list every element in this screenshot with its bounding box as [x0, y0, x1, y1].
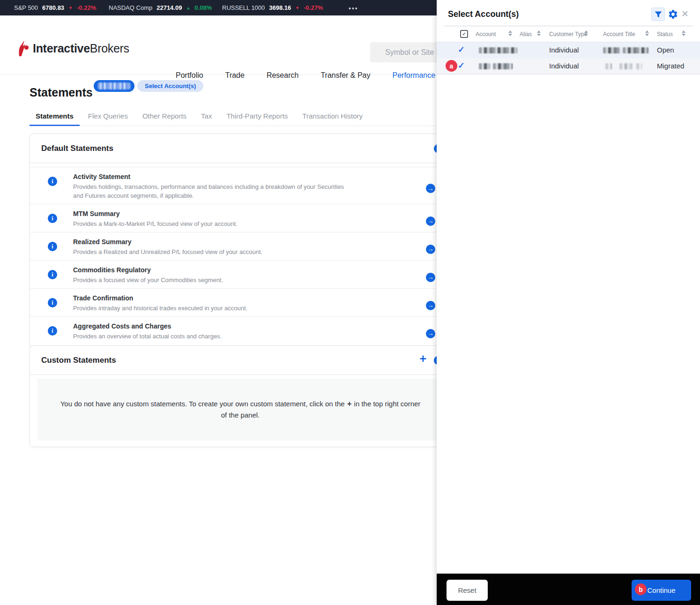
logo-text-light: Brokers	[90, 42, 129, 55]
column-header-account-title[interactable]: Account Title	[603, 31, 635, 37]
info-icon[interactable]: i	[48, 326, 57, 336]
info-icon[interactable]: i	[48, 214, 57, 223]
interactive-brokers-logo[interactable]: InteractiveBrokers	[16, 40, 129, 57]
ticker-change: 0.08%	[194, 4, 212, 11]
annotation-marker-a: a	[446, 60, 457, 72]
statement-title: Trade Confirmation	[73, 293, 247, 302]
account-badge-redacted[interactable]	[94, 80, 134, 92]
card-title: Default Statements	[41, 144, 113, 153]
column-header-account[interactable]: Account	[476, 31, 496, 37]
redacted-account-title	[619, 63, 633, 69]
list-item-activity-statement[interactable]: i Activity Statement Provides holdings, …	[30, 167, 451, 204]
tab-third-party-reports[interactable]: Third-Party Reports	[220, 108, 294, 126]
panel-title: Select Account(s)	[448, 9, 519, 19]
redacted-account-number	[493, 63, 513, 69]
ticker-change: -0.27%	[304, 4, 323, 11]
reset-button[interactable]: Reset	[447, 580, 488, 601]
redacted-account-title	[603, 47, 620, 53]
column-header-customer-type[interactable]: Customer Type	[549, 31, 587, 37]
table-row-account-2[interactable]: ✓ Individual Migrated	[437, 58, 700, 75]
down-triangle-icon: ▼	[295, 6, 299, 10]
statement-description: Provides a focused view of your Commodit…	[73, 276, 223, 284]
select-all-checkbox[interactable]: ✓	[460, 30, 468, 38]
nav-item-transfer-pay[interactable]: Transfer & Pay	[320, 71, 370, 80]
info-icon[interactable]: i	[48, 177, 57, 186]
tab-statements[interactable]: Statements	[30, 108, 80, 126]
table-row-account-1[interactable]: ✓ Individual Open	[437, 42, 700, 58]
list-item-realized-summary[interactable]: i Realized Summary Provides a Realized a…	[30, 232, 451, 260]
card-title: Custom Statements	[41, 356, 116, 365]
select-accounts-panel: Select Account(s) ✕ ✓ Account Alias Cust…	[437, 0, 700, 605]
info-icon[interactable]: i	[48, 242, 57, 251]
list-item-aggregated-costs[interactable]: i Aggregated Costs and Charges Provides …	[30, 316, 451, 344]
empty-state-box: You do not have any custom statements. T…	[37, 379, 443, 441]
custom-statements-header: Custom Statements + i	[30, 346, 451, 375]
list-item-content: Trade Confirmation Provides intraday and…	[73, 293, 247, 313]
sort-icon[interactable]	[537, 30, 541, 36]
column-header-alias[interactable]: Alias	[520, 31, 532, 37]
list-item-commodities-regulatory[interactable]: i Commodities Regulatory Provides a focu…	[30, 260, 451, 288]
gear-icon[interactable]	[668, 9, 678, 20]
nav-item-trade[interactable]: Trade	[225, 71, 245, 80]
sort-icon[interactable]	[682, 30, 685, 36]
tab-tax[interactable]: Tax	[195, 108, 218, 126]
sort-icon[interactable]	[508, 30, 512, 36]
accounts-table-header: ✓ Account Alias Customer Type Account Ti…	[437, 26, 700, 42]
ticker-name: S&P 500	[14, 4, 38, 11]
filter-funnel-icon	[655, 11, 662, 18]
default-statements-card: Default Statements i i Activity Statemen…	[30, 134, 451, 348]
empty-text-before: You do not have any custom statements. T…	[60, 400, 345, 408]
panel-footer: Reset Continue b	[437, 574, 700, 605]
filter-button[interactable]	[651, 7, 665, 21]
tab-other-reports[interactable]: Other Reports	[136, 108, 193, 126]
tab-transaction-history[interactable]: Transaction History	[296, 108, 369, 126]
list-item-content: Activity Statement Provides holdings, tr…	[73, 172, 354, 200]
ticker-value: 22714.09	[156, 4, 182, 11]
ticker-value: 6780.83	[42, 4, 64, 11]
list-item-trade-confirmation[interactable]: i Trade Confirmation Provides intraday a…	[30, 288, 451, 316]
default-statements-list: i Activity Statement Provides holdings, …	[30, 167, 451, 348]
add-custom-statement-button[interactable]: +	[419, 353, 426, 365]
open-arrow-icon[interactable]: →	[426, 273, 435, 282]
list-item-mtm-summary[interactable]: i MTM Summary Provides a Mark-to-Market …	[30, 204, 451, 232]
custom-statements-card: Custom Statements + i You do not have an…	[30, 345, 451, 447]
list-item-content: Aggregated Costs and Charges Provides an…	[73, 321, 222, 341]
up-triangle-icon: ▲	[186, 6, 190, 10]
nav-item-portfolio[interactable]: Portfolio	[176, 71, 203, 80]
nav-item-research[interactable]: Research	[267, 71, 298, 80]
info-icon[interactable]: i	[48, 298, 57, 307]
empty-state-message: You do not have any custom statements. T…	[58, 398, 423, 421]
plus-icon: +	[347, 399, 352, 408]
ticker-more-icon[interactable]: •••	[349, 0, 358, 16]
statement-title: MTM Summary	[73, 209, 238, 217]
select-accounts-button[interactable]: Select Account(s)	[137, 80, 203, 92]
sort-icon[interactable]	[584, 30, 588, 36]
redacted-account-blur	[98, 82, 130, 90]
ticker-nasdaq: NASDAQ Comp 22714.09 ▲ 0.08%	[109, 0, 212, 15]
row-selected-check-icon[interactable]: ✓	[458, 45, 465, 55]
open-arrow-icon[interactable]: →	[426, 329, 435, 338]
close-icon[interactable]: ✕	[681, 8, 689, 19]
column-header-status[interactable]: Status	[657, 31, 673, 37]
ticker-value: 3698.16	[269, 4, 291, 11]
page-title: Statements	[30, 86, 93, 99]
redacted-account-title	[623, 47, 648, 53]
redacted-account-number	[479, 47, 517, 53]
tab-flex-queries[interactable]: Flex Queries	[82, 108, 134, 126]
redacted-account-number	[479, 63, 490, 69]
row-selected-check-icon[interactable]: ✓	[458, 60, 465, 71]
statement-description: Provides intraday and historical trades …	[73, 304, 247, 313]
screen: S&P 500 6780.83 ▼ -0.22% NASDAQ Comp 227…	[0, 0, 700, 605]
logo-text-bold: Interactive	[33, 42, 90, 55]
ticker-change: -0.22%	[77, 4, 96, 11]
info-icon[interactable]: i	[48, 270, 57, 279]
open-arrow-icon[interactable]: →	[426, 217, 435, 226]
redacted-account-title	[636, 63, 642, 69]
open-arrow-icon[interactable]: →	[426, 301, 435, 310]
open-arrow-icon[interactable]: →	[426, 245, 435, 254]
nav-item-performance[interactable]: Performance &	[393, 71, 443, 80]
sort-icon[interactable]	[645, 30, 649, 36]
custom-statements-body: You do not have any custom statements. T…	[30, 375, 451, 447]
main-nav: Portfolio Trade Research Transfer & Pay …	[176, 71, 442, 80]
open-arrow-icon[interactable]: →	[426, 184, 435, 193]
